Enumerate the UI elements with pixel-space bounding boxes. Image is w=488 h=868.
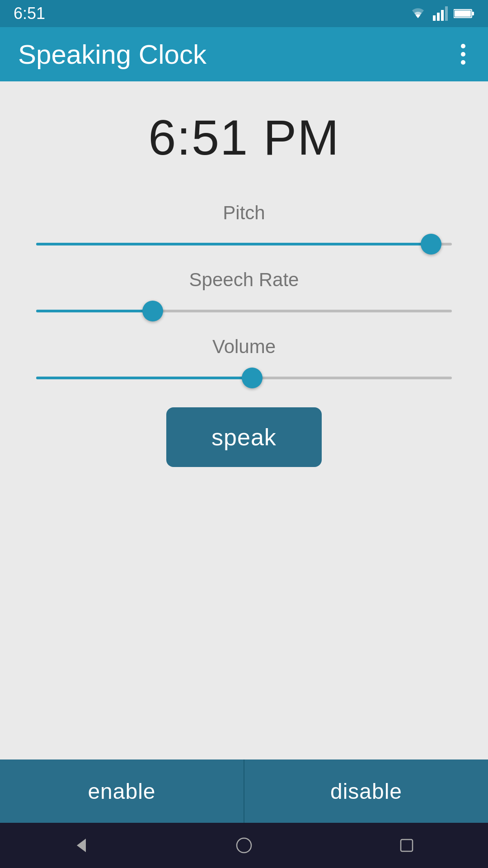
enable-button[interactable]: enable [0,760,244,823]
home-button[interactable] [226,827,262,863]
pitch-label: Pitch [223,202,265,224]
svg-rect-5 [472,12,474,15]
recent-button[interactable] [389,827,425,863]
bottom-buttons: enable disable [0,760,488,823]
controls-section: Pitch Speech Rate Volume [36,202,452,389]
more-dot-3 [461,60,465,65]
signal-icon [433,6,448,21]
svg-point-8 [237,838,251,853]
more-dot-1 [461,44,465,48]
pitch-slider-container [36,233,452,255]
nav-bar [0,823,488,868]
wifi-icon [408,6,427,21]
svg-rect-9 [401,840,413,851]
status-icons [408,6,474,21]
status-bar: 6:51 [0,0,488,27]
home-icon [236,837,252,854]
svg-rect-3 [445,6,448,21]
more-dot-2 [461,52,465,57]
svg-rect-0 [433,15,436,21]
volume-label: Volume [212,336,276,358]
svg-rect-2 [441,10,444,21]
volume-slider-container [36,367,452,389]
main-content: 6:51 PM Pitch Speech Rate [0,81,488,760]
status-time: 6:51 [14,4,45,23]
speech-rate-slider-container [36,300,452,322]
back-icon [72,836,90,854]
more-menu-button[interactable] [456,39,470,69]
svg-rect-1 [437,13,440,21]
disable-button[interactable]: disable [244,760,488,823]
battery-icon [454,8,474,19]
svg-rect-6 [455,10,471,17]
speech-rate-control-group: Speech Rate [36,269,452,322]
svg-marker-7 [77,839,86,852]
pitch-control-group: Pitch [36,202,452,255]
recent-icon [399,838,414,853]
speak-button[interactable]: speak [166,407,322,467]
speech-rate-label: Speech Rate [189,269,299,291]
app-bar: Speaking Clock [0,27,488,81]
back-button[interactable] [63,827,99,863]
clock-display: 6:51 PM [148,108,340,166]
app-title: Speaking Clock [18,39,206,70]
volume-control-group: Volume [36,336,452,389]
